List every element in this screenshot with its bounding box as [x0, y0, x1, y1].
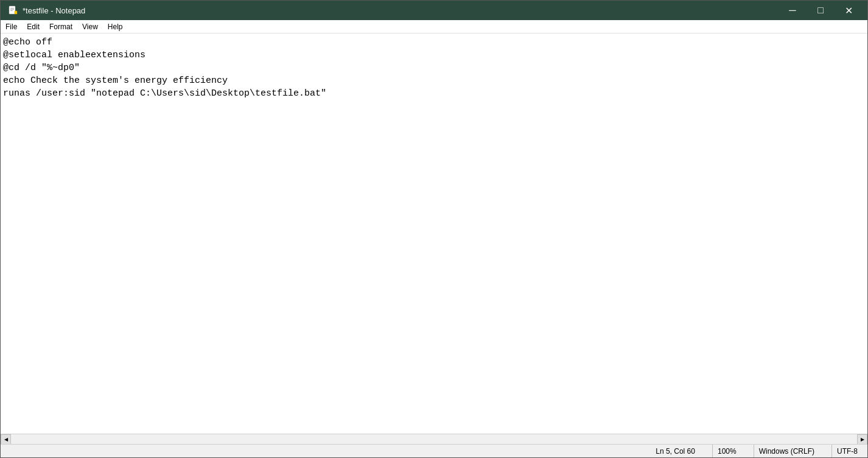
- cursor-position: Ln 5, Col 60: [651, 445, 700, 457]
- horizontal-scrollbar: ◀ ▶: [1, 434, 867, 444]
- line-ending: Windows (CRLF): [754, 445, 819, 457]
- maximize-button[interactable]: □: [807, 1, 835, 20]
- editor-textarea[interactable]: [1, 33, 867, 434]
- encoding: UTF-8: [831, 445, 863, 457]
- svg-rect-0: [9, 6, 15, 14]
- svg-rect-2: [10, 9, 14, 10]
- svg-rect-1: [10, 8, 14, 9]
- svg-rect-3: [10, 10, 13, 11]
- minimize-button[interactable]: ─: [779, 1, 807, 20]
- menu-format[interactable]: Format: [44, 20, 77, 33]
- scroll-left-arrow[interactable]: ◀: [1, 434, 11, 445]
- title-bar: *testfile - Notepad ─ □ ✕: [1, 1, 867, 20]
- svg-rect-4: [15, 11, 17, 14]
- zoom-level: 100%: [712, 445, 741, 457]
- editor-area: [1, 33, 867, 434]
- scroll-right-arrow[interactable]: ▶: [857, 434, 867, 445]
- close-button[interactable]: ✕: [835, 1, 863, 20]
- menu-edit[interactable]: Edit: [22, 20, 44, 33]
- notepad-icon: [8, 5, 18, 15]
- menu-view[interactable]: View: [77, 20, 103, 33]
- menu-help[interactable]: Help: [103, 20, 128, 33]
- status-bar: Ln 5, Col 60 100% Windows (CRLF) UTF-8: [1, 444, 867, 457]
- scroll-track-h[interactable]: [11, 434, 857, 444]
- window-title: *testfile - Notepad: [23, 6, 85, 15]
- title-bar-left: *testfile - Notepad: [8, 5, 85, 15]
- menu-bar: File Edit Format View Help: [1, 20, 867, 33]
- notepad-window: *testfile - Notepad ─ □ ✕ File Edit Form…: [0, 0, 868, 458]
- title-bar-controls: ─ □ ✕: [779, 1, 863, 20]
- menu-file[interactable]: File: [1, 20, 22, 33]
